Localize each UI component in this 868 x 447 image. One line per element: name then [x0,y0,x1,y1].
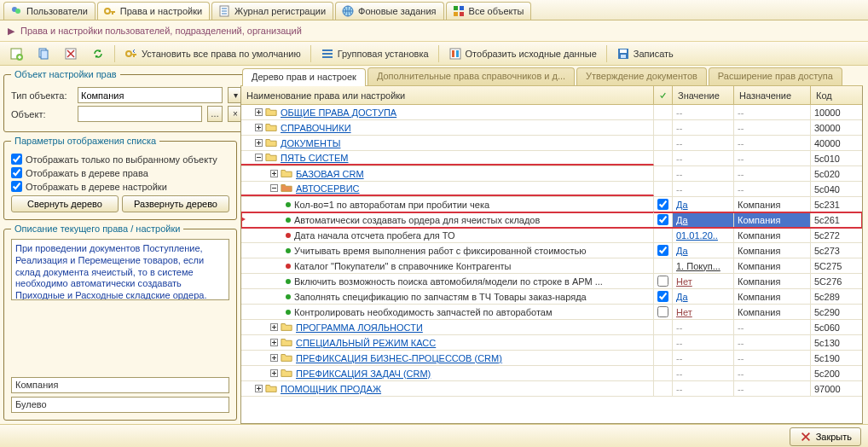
table-row[interactable]: СПЕЦИАЛЬНЫЙ РЕЖИМ КАСС----5с130 [241,335,862,351]
row-label[interactable]: АВТОСЕРВИС [296,183,360,194]
tab-bg-jobs[interactable]: Фоновые задания [335,2,443,20]
expand-icon[interactable] [269,354,279,362]
table-row[interactable]: Контролировать необходимость запчастей п… [241,305,862,320]
tab-all-objects[interactable]: Все объекты [446,2,532,20]
table-row[interactable]: Дата начала отсчета пробега для ТО01.01.… [241,228,862,243]
assign-text: Компания [738,215,780,225]
tab-users[interactable]: Пользователи [3,2,95,20]
toolbar-show-source[interactable]: Отобразить исходные данные [443,44,603,63]
cell-checkbox [654,151,673,165]
grid-body[interactable]: ОБЩИЕ ПРАВА ДОСТУПА----10000 СПРАВОЧНИКИ… [241,105,862,423]
collapse-icon[interactable] [253,154,263,161]
value-checkbox[interactable] [657,245,668,256]
toolbar-set-default[interactable]: Установить все права по умолчанию [119,44,307,63]
toolbar-copy[interactable] [31,44,56,63]
expand-icon[interactable] [253,385,263,392]
tab-rights[interactable]: Права и настройки [97,2,210,20]
code-text: 5с040 [814,184,840,194]
chk-rights-tree[interactable] [11,167,22,178]
toolbar-group-set[interactable]: Групповая установка [315,44,435,63]
col-name[interactable]: Наименование права или настройки [241,86,654,104]
table-row[interactable]: БАЗОВАЯ CRM----5с020 [241,166,862,182]
inner-tab-extra[interactable]: Дополнительные права справочников и д... [367,67,575,85]
collapse-icon[interactable] [269,184,279,192]
row-label[interactable]: БАЗОВАЯ CRM [296,169,364,179]
inner-tab-approve[interactable]: Утверждение документов [576,67,707,85]
table-row[interactable]: ПРЕФИКСАЦИЯ БИЗНЕС-ПРОЦЕССОВ (CRM)----5с… [241,351,862,366]
inner-tab-tree[interactable]: Дерево прав и настроек [242,68,366,86]
svg-rect-7 [454,12,458,16]
expand-icon[interactable] [253,108,263,116]
table-row[interactable]: ПРЕФИКСАЦИЯ ЗАДАЧ (CRM)----5с200 [241,366,862,381]
table-row[interactable]: ПОМОЩНИК ПРОДАЖ----97000 [241,381,862,397]
toolbar-add[interactable] [3,44,29,63]
cell-assign: -- [734,151,811,165]
object-field[interactable] [78,106,202,122]
table-row[interactable]: СПРАВОЧНИКИ----30000 [241,120,862,136]
cell-value[interactable]: Нет [673,305,734,319]
row-label[interactable]: ПРЕФИКСАЦИЯ БИЗНЕС-ПРОЦЕССОВ (CRM) [296,353,502,363]
row-label[interactable]: СПРАВОЧНИКИ [281,123,351,133]
tab-label: Журнал регистрации [234,6,326,16]
cell-value[interactable]: Да [673,243,734,258]
value-checkbox[interactable] [657,306,668,317]
expand-icon[interactable] [253,139,263,147]
row-label[interactable]: ПРОГРАММА ЛОЯЛЬНОСТИ [296,322,423,333]
toolbar-save[interactable]: Записать [610,44,680,63]
value-checkbox[interactable] [657,291,668,302]
value-checkbox[interactable] [657,214,668,225]
cell-value[interactable]: Да [673,289,734,304]
table-row[interactable]: ОБЩИЕ ПРАВА ДОСТУПА----10000 [241,105,862,120]
cell-assign: -- [734,351,811,365]
row-label[interactable]: ПОМОЩНИК ПРОДАЖ [281,384,381,394]
collapse-tree-button[interactable]: Свернуть дерево [11,195,119,212]
close-button[interactable]: Закрыть [790,427,861,446]
row-label[interactable]: ПРЕФИКСАЦИЯ ЗАДАЧ (CRM) [296,369,431,379]
row-label[interactable]: СПЕЦИАЛЬНЫЙ РЕЖИМ КАСС [296,338,436,348]
cell-value[interactable]: 01.01.20.. [673,228,734,242]
col-assign[interactable]: Назначение [734,86,811,104]
value-checkbox[interactable] [657,276,668,287]
cell-value[interactable]: Да [673,212,734,227]
tab-journal[interactable]: Журнал регистрации [211,2,333,20]
inner-tab-ext[interactable]: Расширение прав доступа [709,67,842,85]
type-field[interactable] [78,87,223,103]
assign-text: Компания [738,292,780,302]
table-row[interactable]: АВТОСЕРВИС----5с040 [241,182,862,197]
row-label[interactable]: ПЯТЬ СИСТЕМ [281,153,349,163]
chk-by-object[interactable] [11,154,22,165]
row-label[interactable]: ДОКУМЕНТЫ [281,138,340,148]
row-label[interactable]: ОБЩИЕ ПРАВА ДОСТУПА [281,107,396,118]
cell-value[interactable]: Да [673,197,734,212]
table-row[interactable]: Кол-во=1 по авторaботам при пробитии чек… [241,197,862,212]
cell-checkbox [654,320,673,334]
row-label: Кол-во=1 по авторaботам при пробитии чек… [294,200,489,210]
table-row[interactable]: Заполнять спецификацию по запчастям в ТЧ… [241,289,862,305]
col-check[interactable] [654,86,673,104]
chk-settings-tree[interactable] [11,181,22,192]
expand-icon[interactable] [269,339,279,346]
cell-value[interactable]: Нет [673,274,734,288]
expand-icon[interactable] [269,323,279,331]
expand-icon[interactable] [269,369,279,377]
table-row[interactable]: ПЯТЬ СИСТЕМ----5с010 [241,151,862,166]
code-text: 5с273 [814,246,840,256]
value-checkbox[interactable] [657,199,668,210]
cell-value[interactable]: 1. Покуп... [673,258,734,273]
toolbar-delete[interactable] [58,44,84,63]
table-row[interactable]: Учитывать время выполнения работ с фикси… [241,243,862,258]
folder-icon [281,182,294,195]
toolbar-refresh[interactable] [85,44,111,63]
table-row[interactable]: ДОКУМЕНТЫ----40000 [241,136,862,151]
expand-icon[interactable] [269,170,279,177]
col-value[interactable]: Значение [673,86,734,104]
table-row[interactable]: Включить возможность поиска автомобиля/м… [241,274,862,289]
object-select-button[interactable]: … [207,106,223,122]
table-row[interactable]: Каталог "Покупатели" в справочнике Контр… [241,258,862,274]
expand-icon[interactable] [253,124,263,131]
col-code[interactable]: Код [811,86,862,104]
table-row[interactable]: Автоматически создавать ордера для ячеис… [241,212,862,228]
expand-tree-button[interactable]: Развернуть дерево [122,195,229,212]
svg-rect-12 [41,50,48,59]
table-row[interactable]: ПРОГРАММА ЛОЯЛЬНОСТИ----5с060 [241,320,862,335]
